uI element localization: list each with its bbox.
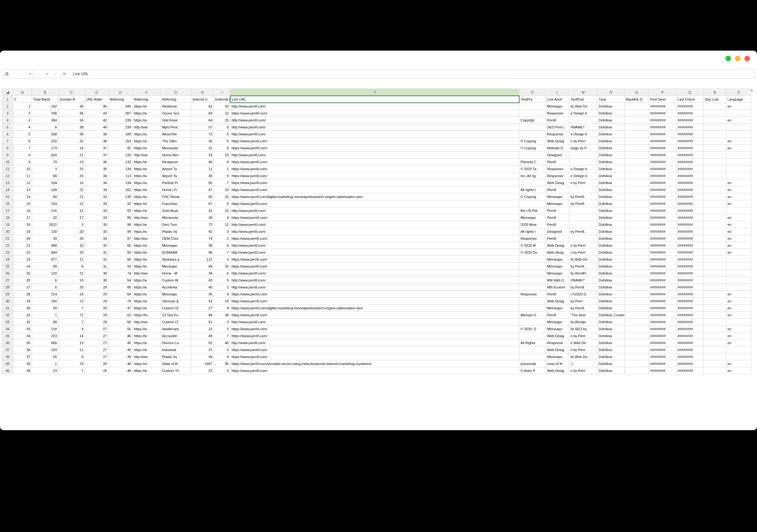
cell-D25[interactable]: 31 (85, 263, 108, 270)
column-header-O[interactable]: O (624, 89, 649, 96)
cell-S9[interactable] (726, 151, 751, 158)
cell-R39[interactable] (704, 360, 726, 367)
cell-C5[interactable]: 38 (58, 124, 85, 131)
cell-H11[interactable]: 11 (191, 166, 214, 172)
cell-G32[interactable]: 13 Tips Fo (161, 312, 191, 319)
cell-O18[interactable] (624, 214, 649, 221)
cell-I3[interactable]: 12 (214, 110, 230, 117)
cell-G28[interactable]: Accidenta (161, 284, 191, 291)
cell-K13[interactable] (519, 179, 546, 186)
cell-G13[interactable]: Particle Pr (161, 179, 191, 186)
cell-C25[interactable]: 8 (58, 263, 85, 270)
cell-K10[interactable]: Plymold C (519, 158, 546, 166)
cell-K38[interactable] (519, 353, 546, 360)
cell-P4[interactable]: ######## (649, 117, 676, 124)
cell-J11[interactable]: https://www.perrill.com/ (230, 166, 519, 172)
cell-J33[interactable]: http://www.perrill.com/ (230, 319, 519, 326)
cell-D10[interactable]: 36 (85, 158, 108, 166)
cell-R37[interactable] (704, 346, 726, 353)
row-header[interactable]: 29 (2, 291, 13, 297)
cell-F24[interactable]: https://w (133, 256, 161, 263)
cell-J26[interactable]: http://www.perrill.com/ (230, 270, 519, 277)
cell-S35[interactable]: en (726, 332, 751, 339)
cell-K9[interactable] (519, 151, 546, 158)
cell-L36[interactable]: Responsiv (546, 339, 569, 346)
cell-L26[interactable]: Minneapo (546, 270, 569, 277)
cell-F37[interactable]: https://w (133, 346, 161, 353)
cell-M29[interactable]: | ©2020 G (569, 291, 597, 297)
cell-O8[interactable] (624, 144, 649, 151)
cell-M31[interactable]: by Perrill. (569, 304, 597, 312)
cell-P19[interactable]: ######## (649, 221, 676, 228)
cell-C13[interactable]: 16 (58, 179, 85, 186)
cell-Q37[interactable]: ######## (676, 346, 703, 353)
cell-L11[interactable]: Responsiv (546, 166, 569, 172)
cell-R4[interactable] (704, 117, 726, 124)
cell-S11[interactable] (726, 166, 751, 172)
column-header-L[interactable]: L (546, 89, 569, 96)
cell-B27[interactable]: 6 (32, 277, 58, 284)
row-header[interactable]: 26 (2, 270, 13, 277)
cell-R12[interactable] (704, 172, 726, 179)
cell-M12[interactable]: e Design b (569, 172, 597, 179)
cell-R24[interactable] (704, 256, 726, 263)
cell-L29[interactable]: Perrill (546, 291, 569, 297)
cell-C23[interactable]: 29 (58, 249, 85, 256)
cell-J25[interactable]: https://www.perrill.com/ (230, 263, 519, 270)
cell-H27[interactable]: 43 (191, 277, 214, 284)
cell-A19[interactable]: 18 (13, 221, 32, 228)
cell-D40[interactable]: 26 (85, 367, 108, 374)
cell-I23[interactable]: 7 (214, 249, 230, 256)
cell-B20[interactable]: 130 (32, 228, 58, 235)
row-header[interactable]: 4 (2, 117, 13, 124)
cell-A28[interactable]: 27 (13, 284, 32, 291)
cell-R34[interactable] (704, 326, 726, 332)
cell-N4[interactable]: Dofollow (597, 117, 624, 124)
cell-I22[interactable]: 8 (214, 242, 230, 249)
cell-A27[interactable]: 26 (13, 277, 32, 284)
cell-N7[interactable]: Dofollow (597, 138, 624, 144)
cell-M30[interactable]: by Perri (569, 297, 597, 304)
cell-E5[interactable]: 239 (108, 124, 133, 131)
cell-J1[interactable]: Link URL (230, 96, 519, 103)
cell-S36[interactable]: en (726, 339, 751, 346)
cell-P12[interactable]: ######## (649, 172, 676, 179)
cell-Q16[interactable]: ######## (676, 200, 703, 207)
cell-M8[interactable]: esign by P (569, 144, 597, 151)
cell-L21[interactable]: Perrill (546, 235, 569, 242)
cell-L5[interactable]: SEO Firm | (546, 124, 569, 131)
cell-E17[interactable]: 83 (108, 207, 133, 214)
cell-M15[interactable]: by Perrill. (569, 193, 597, 200)
cell-K17[interactable]: the US Pat (519, 207, 546, 214)
row-header[interactable]: 23 (2, 249, 13, 256)
cell-J4[interactable]: http://www.perrill.com/ (230, 117, 519, 124)
cell-H6[interactable]: 73 (191, 131, 214, 138)
cell-K23[interactable]: © 2020 Du (519, 249, 546, 256)
cell-J15[interactable]: https://www.perrill.com/digital-marketin… (230, 193, 519, 200)
cell-Q12[interactable]: ######## (676, 172, 703, 179)
cell-R27[interactable] (704, 277, 726, 284)
cell-S14[interactable]: en (726, 186, 751, 193)
cell-I16[interactable]: 8 (214, 200, 230, 207)
cell-F9[interactable]: http://ww (133, 151, 161, 158)
cell-P13[interactable]: ######## (649, 179, 676, 186)
cell-O19[interactable] (624, 221, 649, 228)
cell-L22[interactable]: Web Desig (546, 242, 569, 249)
cell-F6[interactable]: https://w (133, 131, 161, 138)
cell-I25[interactable]: 10 (214, 263, 230, 270)
cell-F28[interactable]: https://w (133, 284, 161, 291)
cell-M9[interactable]: . (569, 151, 597, 158)
cell-G17[interactable]: Gold Buye (161, 207, 191, 214)
cell-I21[interactable]: 2 (214, 235, 230, 242)
cell-R18[interactable] (704, 214, 726, 221)
column-header-N[interactable]: N (597, 89, 624, 96)
cell-A35[interactable]: 34 (13, 332, 32, 339)
cell-N33[interactable]: Dofollow (597, 319, 624, 326)
cell-D31[interactable]: 28 (85, 304, 108, 312)
cell-R29[interactable] (704, 291, 726, 297)
cell-O10[interactable] (624, 158, 649, 166)
cell-O23[interactable] (624, 249, 649, 256)
cell-C17[interactable]: 11 (58, 207, 85, 214)
cell-M26[interactable]: lis WordPr (569, 270, 597, 277)
cell-K27[interactable] (519, 277, 546, 284)
